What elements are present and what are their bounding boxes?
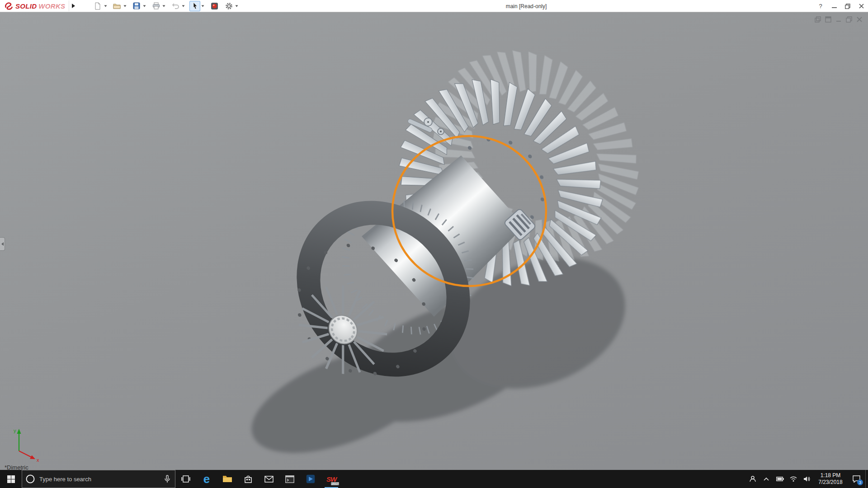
cortana-icon [25, 474, 35, 484]
document-window-controls [815, 16, 863, 23]
taskbar-file-explorer[interactable] [217, 470, 238, 488]
people-icon [749, 475, 756, 483]
titlebar: SOLIDWORKS [0, 0, 868, 12]
y-axis-label: y [14, 428, 16, 433]
engine-model[interactable] [0, 12, 868, 470]
taskbar-mail[interactable] [259, 470, 279, 488]
task-view-button[interactable] [175, 470, 196, 488]
close-button[interactable] [854, 0, 868, 12]
command-prompt-icon [285, 475, 294, 483]
new-document-dropdown[interactable] [103, 1, 108, 11]
file-explorer-icon [222, 475, 232, 483]
network-button[interactable] [788, 470, 799, 488]
people-button[interactable] [747, 470, 759, 488]
taskbar-command-prompt[interactable] [279, 470, 300, 488]
document-title: main [Read-only] [506, 0, 547, 12]
doc-close-icon[interactable] [856, 16, 863, 23]
print-dropdown[interactable] [161, 1, 166, 11]
taskbar-blue-app[interactable] [300, 470, 321, 488]
cascade-icon[interactable] [815, 16, 821, 23]
logo-text-solid: SOLID [15, 2, 37, 10]
open-folder-icon [113, 3, 121, 9]
battery-icon [776, 477, 784, 481]
window-controls: ? [814, 0, 868, 12]
orientation-triad: y x [5, 425, 44, 463]
taskbar-clock[interactable]: 1:18 PM 7/23/2018 [814, 470, 847, 488]
search-input[interactable] [39, 476, 160, 483]
options-dropdown[interactable] [234, 1, 239, 11]
battery-button[interactable] [774, 470, 786, 488]
graphics-viewport[interactable]: y x *Dimetric [0, 12, 868, 470]
solidworks-logo: SOLIDWORKS [0, 0, 69, 12]
dassault-ds-icon [4, 1, 14, 11]
logo-text-works: WORKS [38, 2, 65, 10]
notification-badge: 3 [857, 479, 863, 485]
save-dropdown[interactable] [142, 1, 147, 11]
close-icon [859, 4, 864, 9]
new-document-icon [94, 2, 101, 10]
restore-icon [845, 4, 850, 9]
options-button[interactable] [223, 1, 234, 11]
taskbar-store[interactable] [238, 470, 259, 488]
appearance-button[interactable] [209, 1, 220, 11]
printer-icon [152, 2, 160, 9]
mail-icon [264, 476, 274, 483]
speaker-icon [803, 476, 811, 482]
panel-arrow-icon [1, 242, 4, 246]
minimize-button[interactable] [827, 0, 841, 12]
hidden-icons-button[interactable] [760, 470, 772, 488]
panel-expand-tab[interactable] [0, 237, 5, 251]
select-cursor-icon [192, 2, 198, 9]
clock-time: 1:18 PM [821, 472, 841, 479]
clock-date: 7/23/2018 [818, 479, 842, 486]
select-button[interactable] [189, 1, 200, 11]
minimize-icon [832, 4, 837, 9]
y-axis-arrow [17, 429, 21, 434]
solidworks-2017-icon: SW 2017 [325, 473, 338, 485]
chevron-up-icon [764, 477, 769, 481]
show-desktop-button[interactable] [865, 470, 868, 488]
task-view-icon [181, 475, 190, 483]
system-tray [747, 470, 814, 488]
taskbar-solidworks-2017[interactable]: SW 2017 [321, 470, 342, 488]
store-bag-icon [244, 475, 252, 483]
gear-icon [225, 2, 233, 10]
edge-icon: e [203, 473, 210, 485]
quick-access-toolbar [92, 1, 242, 11]
volume-button[interactable] [801, 470, 813, 488]
flyout-arrow-icon [71, 4, 75, 8]
taskbar-edge[interactable]: e [196, 470, 217, 488]
microphone-icon[interactable] [164, 475, 170, 483]
open-button[interactable] [112, 1, 123, 11]
view-orientation-label: *Dimetric [5, 464, 28, 470]
help-button[interactable]: ? [814, 0, 827, 12]
appearance-sphere-icon [211, 2, 218, 10]
select-dropdown[interactable] [200, 1, 205, 11]
windows-taskbar: e SW 2017 [0, 470, 868, 488]
new-window-icon[interactable] [825, 16, 831, 23]
undo-button[interactable] [170, 1, 181, 11]
action-center-button[interactable]: 3 [847, 470, 865, 488]
blue-app-icon [306, 474, 315, 483]
x-axis-label: x [37, 457, 39, 463]
new-document-button[interactable] [92, 1, 103, 11]
save-floppy-icon [133, 2, 140, 9]
restore-button[interactable] [841, 0, 854, 12]
open-dropdown[interactable] [123, 1, 127, 11]
doc-minimize-icon[interactable] [835, 16, 842, 23]
save-button[interactable] [131, 1, 142, 11]
undo-arrow-icon [172, 3, 179, 9]
wifi-icon [790, 476, 797, 482]
doc-restore-icon[interactable] [846, 16, 852, 23]
print-button[interactable] [151, 1, 161, 11]
taskbar-search[interactable] [22, 470, 175, 488]
menu-flyout-button[interactable] [69, 0, 77, 11]
start-button[interactable] [0, 470, 22, 488]
undo-dropdown[interactable] [181, 1, 186, 11]
windows-logo-icon [7, 475, 15, 483]
